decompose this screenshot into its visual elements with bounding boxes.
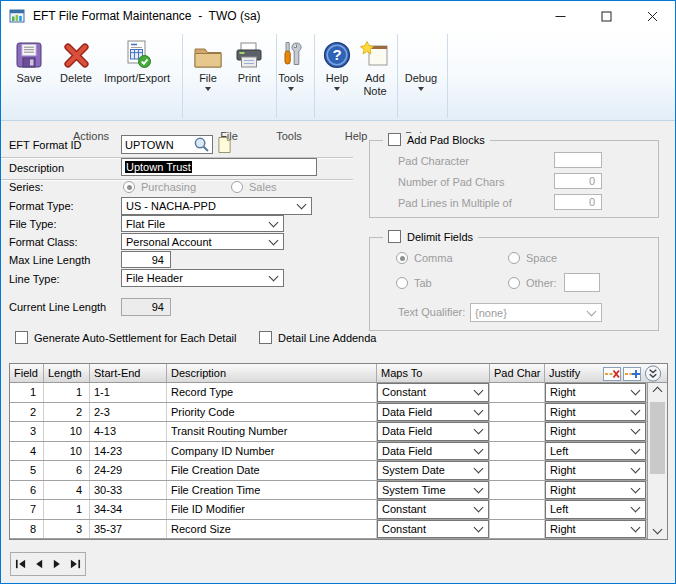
first-record-button[interactable] (12, 555, 28, 573)
help-menu-button[interactable]: ? Help (317, 36, 357, 91)
justify-dropdown[interactable]: Left (545, 442, 646, 461)
insert-row-button[interactable] (622, 366, 641, 381)
print-button[interactable]: Print (229, 36, 269, 85)
cell-pad-char[interactable] (490, 403, 545, 422)
cell-pad-char[interactable] (490, 461, 545, 480)
justify-dropdown[interactable]: Left (545, 500, 646, 519)
justify-dropdown[interactable]: Right (545, 403, 646, 422)
import-export-button[interactable]: Import/Export (99, 36, 175, 85)
file-type-dropdown[interactable]: Flat File (121, 215, 284, 232)
cell-description[interactable]: Record Size (167, 520, 377, 539)
delimit-fields-checkbox[interactable] (388, 230, 401, 243)
cell-length[interactable]: 2 (44, 403, 90, 422)
cell-start-end[interactable]: 34-34 (90, 500, 167, 519)
cell-length[interactable]: 6 (44, 461, 90, 480)
save-button[interactable]: Save (7, 36, 51, 85)
next-record-button[interactable] (49, 555, 65, 573)
cell-field[interactable]: 8 (10, 520, 44, 539)
description-input[interactable]: Uptown Trust (121, 158, 317, 176)
header-length[interactable]: Length (44, 364, 90, 382)
cell-length[interactable]: 1 (44, 500, 90, 519)
cell-pad-char[interactable] (490, 481, 545, 500)
detail-line-addenda-checkbox[interactable] (259, 331, 272, 344)
cell-description[interactable]: File Creation Time (167, 481, 377, 500)
debug-menu-button[interactable]: Debug (399, 36, 443, 91)
justify-dropdown[interactable]: Right (545, 520, 646, 539)
cell-start-end[interactable]: 35-37 (90, 520, 167, 539)
tab-radio[interactable] (396, 277, 408, 289)
tools-menu-button[interactable]: Tools (271, 36, 311, 91)
cell-length[interactable]: 10 (44, 422, 90, 441)
other-radio[interactable] (508, 277, 520, 289)
text-qualifier-dropdown[interactable]: {none} (470, 303, 602, 322)
cell-pad-char[interactable] (490, 500, 545, 519)
cell-field[interactable]: 6 (10, 481, 44, 500)
maps-to-dropdown[interactable]: System Time (377, 481, 489, 500)
cell-field[interactable]: 7 (10, 500, 44, 519)
justify-dropdown[interactable]: Right (545, 422, 646, 441)
max-line-length-input[interactable]: 94 (121, 251, 171, 268)
cell-start-end[interactable]: 2-3 (90, 403, 167, 422)
space-radio[interactable] (508, 252, 520, 264)
cell-start-end[interactable]: 1-1 (90, 383, 167, 402)
note-attach-button[interactable] (215, 135, 233, 154)
justify-dropdown[interactable]: Right (545, 481, 646, 500)
format-class-dropdown[interactable]: Personal Account (121, 233, 284, 250)
cell-description[interactable]: Priority Code (167, 403, 377, 422)
justify-dropdown[interactable]: Right (545, 461, 646, 480)
cell-field[interactable]: 5 (10, 461, 44, 480)
cell-description[interactable]: Record Type (167, 383, 377, 402)
last-record-button[interactable] (68, 555, 84, 573)
justify-dropdown[interactable]: Right (545, 383, 646, 402)
cell-start-end[interactable]: 4-13 (90, 422, 167, 441)
cell-description[interactable]: Company ID Number (167, 442, 377, 461)
cell-pad-char[interactable] (490, 520, 545, 539)
cell-start-end[interactable]: 14-23 (90, 442, 167, 461)
add-pad-blocks-checkbox[interactable] (388, 133, 401, 146)
cell-field[interactable]: 3 (10, 422, 44, 441)
scroll-up-button[interactable] (648, 383, 667, 400)
other-delimiter-input[interactable] (564, 273, 600, 292)
maps-to-dropdown[interactable]: System Date (377, 461, 489, 480)
pad-lines-input[interactable]: 0 (554, 194, 602, 210)
generate-auto-settlement-checkbox[interactable] (15, 331, 28, 344)
scrollbar-thumb[interactable] (650, 402, 665, 474)
cell-length[interactable]: 4 (44, 481, 90, 500)
header-description[interactable]: Description (167, 364, 377, 382)
maps-to-dropdown[interactable]: Constant (377, 500, 489, 519)
cell-pad-char[interactable] (490, 383, 545, 402)
previous-record-button[interactable] (31, 555, 47, 573)
expand-grid-button[interactable] (643, 365, 663, 382)
lookup-button[interactable] (192, 136, 211, 153)
cell-start-end[interactable]: 30-33 (90, 481, 167, 500)
delete-row-button[interactable] (602, 366, 621, 381)
number-of-pad-chars-input[interactable]: 0 (554, 173, 602, 189)
minimize-button[interactable] (537, 1, 583, 31)
close-button[interactable] (629, 1, 675, 31)
maximize-button[interactable] (583, 1, 629, 31)
cell-description[interactable]: File Creation Date (167, 461, 377, 480)
maps-to-dropdown[interactable]: Constant (377, 383, 489, 402)
header-field[interactable]: Field (10, 364, 44, 382)
cell-field[interactable]: 4 (10, 442, 44, 461)
scroll-down-button[interactable] (648, 522, 667, 539)
cell-length[interactable]: 3 (44, 520, 90, 539)
series-purchasing-radio[interactable] (123, 181, 135, 193)
cell-description[interactable]: File ID Modifier (167, 500, 377, 519)
header-start-end[interactable]: Start-End (90, 364, 167, 382)
maps-to-dropdown[interactable]: Constant (377, 520, 489, 539)
grid-vertical-scrollbar[interactable] (647, 383, 667, 539)
maps-to-dropdown[interactable]: Data Field (377, 442, 489, 461)
cell-length[interactable]: 1 (44, 383, 90, 402)
file-menu-button[interactable]: File (188, 36, 228, 91)
add-note-button[interactable]: Add Note (357, 36, 393, 98)
cell-pad-char[interactable] (490, 422, 545, 441)
maps-to-dropdown[interactable]: Data Field (377, 422, 489, 441)
cell-field[interactable]: 1 (10, 383, 44, 402)
cell-start-end[interactable]: 24-29 (90, 461, 167, 480)
maps-to-dropdown[interactable]: Data Field (377, 403, 489, 422)
line-type-dropdown[interactable]: File Header (121, 269, 284, 287)
cell-field[interactable]: 2 (10, 403, 44, 422)
series-sales-radio[interactable] (231, 181, 243, 193)
cell-description[interactable]: Transit Routing Number (167, 422, 377, 441)
